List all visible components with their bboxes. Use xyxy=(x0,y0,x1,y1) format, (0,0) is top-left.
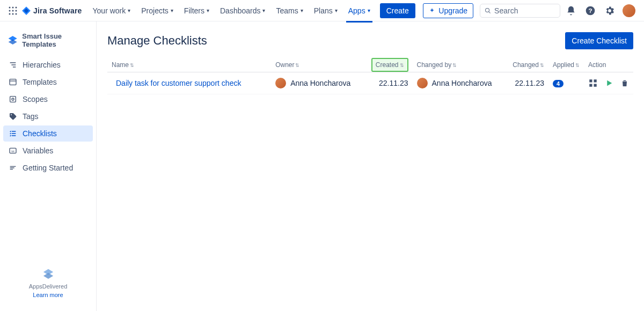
chevron-down-icon: ▾ xyxy=(368,8,370,13)
col-applied[interactable]: Applied⇅ xyxy=(548,58,584,72)
scopes-icon xyxy=(9,95,17,103)
svg-rect-22 xyxy=(594,84,597,87)
nav-teams[interactable]: Teams▾ xyxy=(272,3,307,18)
sidebar-item-hierarchies[interactable]: Hierarchies xyxy=(3,57,93,73)
hierarchies-icon xyxy=(9,61,17,69)
svg-point-9 xyxy=(486,8,489,12)
col-action: Action xyxy=(584,58,633,72)
changed-by-cell: Anna Honcharova xyxy=(417,78,504,88)
sort-icon: ⇅ xyxy=(130,63,134,68)
nav-projects[interactable]: Projects▾ xyxy=(137,3,178,18)
footer-brand: AppsDelivered xyxy=(3,283,93,290)
checklist-name-link[interactable]: Daily task for customer support check xyxy=(116,79,241,87)
svg-rect-13 xyxy=(10,79,16,85)
create-checklist-button[interactable]: Create Checklist xyxy=(565,32,633,49)
col-name[interactable]: Name⇅ xyxy=(107,58,271,72)
nav-filters[interactable]: Filters▾ xyxy=(180,3,214,18)
sort-icon: ⇅ xyxy=(295,63,299,68)
chevron-down-icon: ▾ xyxy=(335,8,338,13)
sidebar-item-templates[interactable]: Templates xyxy=(3,74,93,90)
svg-point-2 xyxy=(16,6,17,8)
sort-icon: ⇅ xyxy=(540,63,544,68)
delete-action-icon[interactable] xyxy=(620,79,629,87)
sparkle-icon xyxy=(429,8,435,14)
svg-rect-21 xyxy=(589,84,592,87)
svg-point-5 xyxy=(16,10,17,11)
help-icon[interactable]: ? xyxy=(582,2,599,19)
sidebar-footer: AppsDelivered Learn more xyxy=(3,268,93,305)
col-changed[interactable]: Changed⇅ xyxy=(508,58,548,72)
jira-logo[interactable]: Jira Software xyxy=(21,6,82,16)
footer-learn-link[interactable]: Learn more xyxy=(3,292,93,298)
svg-line-10 xyxy=(489,11,491,13)
col-owner[interactable]: Owner⇅ xyxy=(271,58,367,72)
checklists-icon xyxy=(9,129,17,138)
settings-icon[interactable] xyxy=(601,2,618,19)
sort-icon: ⇅ xyxy=(452,63,457,68)
main-content: Manage Checklists Create Checklist Name⇅… xyxy=(97,21,644,311)
nav-apps[interactable]: Apps▾ xyxy=(344,3,375,18)
svg-point-8 xyxy=(16,13,17,14)
upgrade-button[interactable]: Upgrade xyxy=(423,3,473,18)
sidebar-item-scopes[interactable]: Scopes xyxy=(3,91,93,107)
sidebar: Smart Issue Templates Hierarchies Templa… xyxy=(0,21,97,311)
templates-icon xyxy=(9,78,17,86)
chevron-down-icon: ▾ xyxy=(262,8,265,13)
changed-by-name: Anna Honcharova xyxy=(432,79,492,87)
owner-cell: Anna Honcharova xyxy=(275,78,363,88)
search-input[interactable] xyxy=(494,6,555,15)
svg-point-6 xyxy=(9,13,11,14)
chevron-down-icon: ▾ xyxy=(171,8,173,13)
svg-point-4 xyxy=(12,10,14,11)
top-nav: Jira Software Your work▾ Projects▾ Filte… xyxy=(0,0,644,21)
sidebar-app-title[interactable]: Smart Issue Templates xyxy=(3,28,93,57)
play-action-icon[interactable] xyxy=(604,78,614,88)
chevron-down-icon: ▾ xyxy=(128,8,130,13)
chevron-down-icon: ▾ xyxy=(301,8,303,13)
sidebar-item-variables[interactable]: txt Variables xyxy=(3,143,93,159)
table-row: Daily task for customer support check An… xyxy=(107,72,633,94)
variables-icon: txt xyxy=(9,146,17,155)
col-created[interactable]: Created⇅ xyxy=(367,58,413,72)
create-button[interactable]: Create xyxy=(380,3,415,18)
tags-icon xyxy=(9,112,17,121)
page-title: Manage Checklists xyxy=(107,34,207,48)
svg-rect-20 xyxy=(594,79,597,82)
user-avatar[interactable] xyxy=(620,2,638,19)
chevron-down-icon: ▾ xyxy=(207,8,209,13)
changed-by-avatar xyxy=(417,78,428,88)
owner-avatar xyxy=(275,78,286,88)
search-input-wrap[interactable] xyxy=(480,4,560,18)
notifications-icon[interactable] xyxy=(562,2,580,19)
svg-point-1 xyxy=(12,6,14,8)
app-logo-icon xyxy=(8,34,18,46)
sidebar-item-checklists[interactable]: Checklists xyxy=(3,125,93,142)
footer-logo-icon xyxy=(42,268,54,279)
svg-point-0 xyxy=(9,6,11,8)
nav-your-work[interactable]: Your work▾ xyxy=(89,3,135,18)
created-date: 22.11.23 xyxy=(367,72,413,94)
nav-dashboards[interactable]: Dashboards▾ xyxy=(216,3,270,18)
sidebar-item-getting-started[interactable]: Getting Started xyxy=(3,160,93,176)
svg-point-16 xyxy=(12,98,14,100)
applied-badge: 4 xyxy=(553,80,564,87)
owner-name: Anna Honcharova xyxy=(290,79,350,87)
col-changed-by[interactable]: Changed by⇅ xyxy=(413,58,509,72)
search-icon xyxy=(485,7,491,14)
svg-text:?: ? xyxy=(588,7,592,14)
sidebar-item-tags[interactable]: Tags xyxy=(3,108,93,124)
svg-text:txt: txt xyxy=(11,150,14,153)
jira-logo-icon xyxy=(21,6,31,16)
jira-logo-text: Jira Software xyxy=(33,6,82,15)
changed-date: 22.11.23 xyxy=(508,72,548,94)
svg-point-3 xyxy=(9,10,11,11)
getting-started-icon xyxy=(9,164,17,172)
grid-action-icon[interactable] xyxy=(588,78,598,88)
svg-point-7 xyxy=(12,13,14,14)
svg-rect-15 xyxy=(10,97,16,102)
app-switcher-icon[interactable] xyxy=(6,4,19,17)
sort-icon: ⇅ xyxy=(575,63,580,68)
sort-icon: ⇅ xyxy=(400,63,404,68)
nav-plans[interactable]: Plans▾ xyxy=(310,3,342,18)
checklists-table: Name⇅ Owner⇅ Created⇅ Changed by⇅ Change… xyxy=(107,58,633,94)
